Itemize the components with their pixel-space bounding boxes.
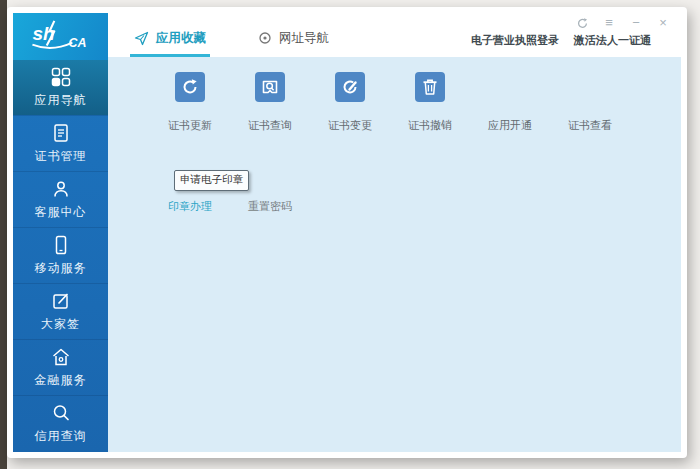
sheca-logo-icon: sh CA: [19, 17, 103, 57]
sidebar-item-mobile-service[interactable]: 移动服务: [13, 227, 108, 283]
sidebar-item-label: 证书管理: [35, 148, 87, 165]
sidebar-item-label: 应用导航: [35, 92, 87, 109]
bank-home-icon: [50, 346, 72, 368]
header-tabs: 应用收藏 网址导航: [130, 25, 333, 57]
cert-change-icon: [335, 72, 365, 102]
missing-icon: [495, 72, 525, 102]
header-bar: ≡ − × 应用收藏 网址导航: [108, 13, 681, 57]
tooltip-apply-eseal: 申请电子印章: [174, 170, 249, 191]
activate-legal-person-link[interactable]: 激活法人一证通: [574, 33, 651, 48]
window-controls: ≡ − ×: [574, 15, 671, 31]
close-button[interactable]: ×: [655, 15, 671, 31]
sheca-logo: sh CA: [13, 13, 108, 60]
app-grid-icon: [50, 66, 72, 88]
app-item-cert-view[interactable]: 证书查看: [550, 72, 630, 133]
sidebar-item-label: 信用查询: [35, 428, 87, 445]
reset-password-link[interactable]: 重置密码: [248, 199, 292, 214]
app-item-cert-revoke[interactable]: 证书撤销: [390, 72, 470, 133]
svg-text:CA: CA: [68, 35, 86, 49]
send-icon: [134, 31, 149, 46]
person-icon: [50, 178, 72, 200]
location-pin-icon: [258, 31, 272, 45]
app-grid-row-2: 印章办理 重置密码: [150, 199, 310, 214]
cert-search-icon: [255, 72, 285, 102]
refresh-icon: [175, 72, 205, 102]
seal-handling-link[interactable]: 印章办理: [168, 199, 212, 214]
sidebar-item-label: 金融服务: [35, 372, 87, 389]
app-item-cert-change[interactable]: 证书变更: [310, 72, 390, 133]
sidebar-item-label: 大家签: [41, 316, 80, 333]
search-icon: [50, 402, 72, 424]
app-item-label: 证书变更: [328, 118, 372, 133]
sidebar: sh CA 应用导航 证书管理: [13, 13, 108, 452]
app-item-reset-password[interactable]: 重置密码: [230, 199, 310, 214]
sign-pen-icon: [50, 290, 72, 312]
menu-icon[interactable]: ≡: [601, 15, 617, 31]
feedback-icon[interactable]: [574, 15, 590, 31]
content-area: 证书更新 证书查询: [108, 57, 681, 452]
sidebar-item-dajiaqian[interactable]: 大家签: [13, 283, 108, 339]
app-item-seal-handling[interactable]: 印章办理: [150, 199, 230, 214]
desktop-edge-strip: [0, 0, 7, 469]
trash-icon: [415, 72, 445, 102]
app-item-app-activation[interactable]: 应用开通: [470, 72, 550, 133]
sidebar-item-label: 客服中心: [35, 204, 87, 221]
app-grid-row-1: 证书更新 证书查询: [150, 72, 630, 133]
sidebar-item-cert-management[interactable]: 证书管理: [13, 115, 108, 171]
sidebar-item-app-navigation[interactable]: 应用导航: [13, 60, 108, 115]
tab-label: 应用收藏: [156, 30, 206, 47]
app-item-label: 证书查看: [568, 118, 612, 133]
sidebar-item-customer-service[interactable]: 客服中心: [13, 171, 108, 227]
app-window: sh CA 应用导航 证书管理: [7, 7, 687, 458]
sidebar-item-financial-service[interactable]: 金融服务: [13, 339, 108, 395]
missing-icon: [575, 72, 605, 102]
main-area: ≡ − × 应用收藏 网址导航: [108, 13, 681, 452]
app-item-cert-renew[interactable]: 证书更新: [150, 72, 230, 133]
tab-url-navigation[interactable]: 网址导航: [254, 25, 333, 57]
sidebar-item-label: 移动服务: [35, 260, 87, 277]
app-item-label: 应用开通: [488, 118, 532, 133]
app-item-label: 证书撤销: [408, 118, 452, 133]
phone-icon: [50, 234, 72, 256]
tab-app-favorites[interactable]: 应用收藏: [130, 25, 210, 57]
app-item-cert-query[interactable]: 证书查询: [230, 72, 310, 133]
app-item-label: 证书更新: [168, 118, 212, 133]
header-links: 电子营业执照登录 激活法人一证通: [471, 33, 651, 48]
e-business-license-login-link[interactable]: 电子营业执照登录: [471, 33, 559, 48]
document-icon: [50, 122, 72, 144]
sidebar-item-credit-inquiry[interactable]: 信用查询: [13, 395, 108, 451]
minimize-button[interactable]: −: [628, 15, 644, 31]
app-item-label: 证书查询: [248, 118, 292, 133]
tab-label: 网址导航: [279, 30, 329, 47]
